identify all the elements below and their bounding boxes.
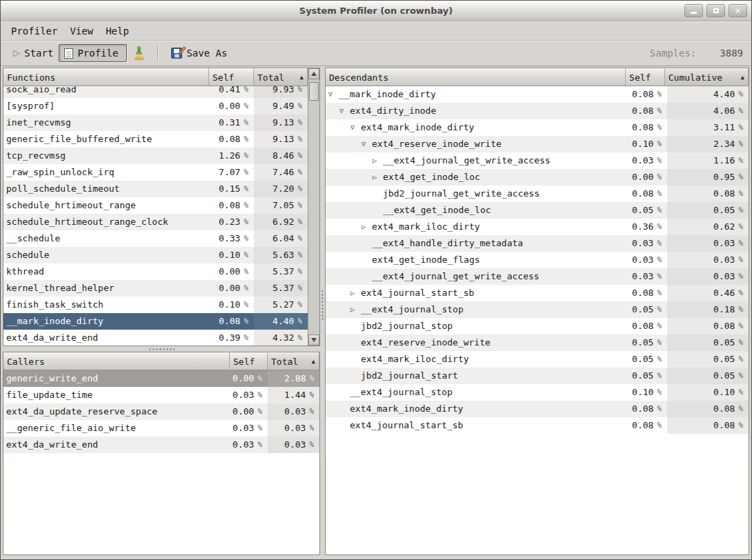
table-row[interactable]: ext4_da_write_end0.39%4.32% xyxy=(3,330,308,346)
percent-sign: % xyxy=(738,119,743,136)
menu-item-help[interactable]: Help xyxy=(99,23,135,39)
table-row[interactable]: __generic_file_aio_write0.03%0.03% xyxy=(3,420,319,437)
function-name: kthread xyxy=(6,263,44,280)
table-row[interactable]: sock_aio_read0.41%9.93% xyxy=(3,86,308,98)
table-row[interactable]: ▷__ext4_journal_get_write_access0.03%1.1… xyxy=(326,152,749,169)
table-row[interactable]: __ext4_journal_stop0.10%0.10% xyxy=(326,384,749,401)
table-row[interactable]: ▽ext4_reserve_inode_write0.10%2.34% xyxy=(326,136,749,152)
expander-closed-icon[interactable]: ▷ xyxy=(373,152,383,169)
table-row[interactable]: jbd2_journal_start0.05%0.05% xyxy=(326,368,749,384)
table-row[interactable]: ext4_mark_iloc_dirty0.05%0.05% xyxy=(326,351,749,368)
table-row[interactable]: ext4_mark_inode_dirty0.08%0.08% xyxy=(326,401,749,417)
column-header-callers[interactable]: Callers xyxy=(3,352,230,370)
expander-open-icon[interactable]: ▽ xyxy=(339,103,350,119)
table-row[interactable]: ▷ext4_mark_iloc_dirty0.36%0.62% xyxy=(326,219,749,235)
function-name-cell: jbd2_journal_start xyxy=(326,368,628,384)
table-row[interactable]: schedule0.10%5.63% xyxy=(3,247,308,263)
table-row[interactable]: finish_task_switch0.10%5.27% xyxy=(3,297,308,313)
scrollbar-up-button[interactable] xyxy=(308,68,319,79)
scrollbar-down-button[interactable] xyxy=(308,334,319,346)
table-row[interactable]: file_update_time0.03%1.44% xyxy=(3,387,319,403)
table-row[interactable]: __schedule0.33%6.04% xyxy=(3,230,308,247)
functions-scrollbar[interactable] xyxy=(308,68,319,346)
table-row[interactable]: schedule_hrtimeout_range_clock0.23%6.92% xyxy=(3,214,308,230)
function-name: __ext4_get_inode_loc xyxy=(383,202,491,219)
profile-toggle-button[interactable]: Profile xyxy=(59,44,127,62)
column-header-self[interactable]: Self xyxy=(230,352,268,370)
expander-open-icon[interactable]: ▽ xyxy=(328,86,339,103)
table-row[interactable]: __ext4_handle_dirty_metadata0.03%0.03% xyxy=(326,235,749,252)
table-row[interactable]: kthread0.00%5.37% xyxy=(3,263,308,280)
table-row[interactable]: ext4_da_update_reserve_space0.00%0.03% xyxy=(3,403,319,420)
table-row[interactable]: tcp_recvmsg1.26%8.46% xyxy=(3,148,308,164)
table-row[interactable]: __mark_inode_dirty0.08%4.40% xyxy=(3,313,308,330)
table-row[interactable]: [sysprof]0.00%9.49% xyxy=(3,98,308,114)
column-header-descendants[interactable]: Descendants xyxy=(326,68,626,86)
column-header-self[interactable]: Self xyxy=(209,68,254,86)
table-row[interactable]: __ext4_get_inode_loc0.05%0.05% xyxy=(326,202,749,219)
percent-number: 0.41 xyxy=(219,86,240,98)
self-value: 0.08% xyxy=(628,417,667,434)
table-row[interactable]: poll_schedule_timeout0.15%7.20% xyxy=(3,181,308,197)
scrollbar-thumb[interactable] xyxy=(309,82,319,101)
table-row[interactable]: ext4_reserve_inode_write0.05%0.05% xyxy=(326,334,749,351)
percent-sign: % xyxy=(657,119,662,136)
percent-sign: % xyxy=(738,334,743,351)
percent-sign: % xyxy=(738,152,743,169)
percent-sign: % xyxy=(244,86,248,98)
table-row[interactable]: kernel_thread_helper0.00%5.37% xyxy=(3,280,308,297)
table-row[interactable]: jbd2_journal_get_write_access0.08%0.08% xyxy=(326,186,749,202)
table-row[interactable]: ▷ext4_get_inode_loc0.00%0.95% xyxy=(326,169,749,186)
table-row[interactable]: ▽ext4_dirty_inode0.08%4.06% xyxy=(326,103,749,119)
function-name-cell: ▽ext4_reserve_inode_write xyxy=(326,136,628,152)
expander-closed-icon[interactable]: ▷ xyxy=(350,285,361,301)
table-row[interactable]: ▷ext4_journal_start_sb0.08%0.46% xyxy=(326,285,749,301)
percent-sign: % xyxy=(257,403,262,420)
table-row[interactable]: __ext4_journal_get_write_access0.03%0.03… xyxy=(326,268,749,285)
menu-item-view[interactable]: View xyxy=(63,23,99,39)
expander-closed-icon[interactable]: ▷ xyxy=(373,169,383,186)
table-row[interactable]: _raw_spin_unlock_irq7.07%7.46% xyxy=(3,164,308,181)
column-header-total[interactable]: Total▲ xyxy=(268,352,319,370)
table-row[interactable]: ▽__mark_inode_dirty0.08%4.40% xyxy=(326,86,749,103)
close-button[interactable]: ✕ xyxy=(729,4,747,17)
table-row[interactable]: inet_recvmsg0.31%9.13% xyxy=(3,114,308,131)
function-name: ext4_reserve_inode_write xyxy=(361,334,491,351)
table-row[interactable]: ext4_get_inode_flags0.03%0.03% xyxy=(326,252,749,268)
column-header-functions[interactable]: Functions xyxy=(3,68,209,86)
vertical-splitter[interactable] xyxy=(320,68,325,555)
table-row[interactable]: ▷__ext4_journal_stop0.05%0.18% xyxy=(326,301,749,318)
expander-closed-icon[interactable]: ▷ xyxy=(362,219,372,235)
percent-sign: % xyxy=(657,103,662,119)
column-header-self[interactable]: Self xyxy=(626,68,665,86)
save-as-button[interactable]: Save As xyxy=(166,45,232,61)
horizontal-splitter[interactable] xyxy=(3,346,320,352)
function-name-cell: ▷ext4_get_inode_loc xyxy=(326,169,628,186)
percent-number: 0.00 xyxy=(219,263,240,280)
reset-button[interactable] xyxy=(127,43,150,63)
function-name-cell: jbd2_journal_get_write_access xyxy=(326,186,628,202)
menu-item-profiler[interactable]: Profiler xyxy=(5,23,63,39)
start-button[interactable]: ▷ Start xyxy=(8,45,59,61)
percent-number: 5.37 xyxy=(273,280,294,297)
expander-open-icon[interactable]: ▽ xyxy=(362,136,372,152)
function-name: ext4_dirty_inode xyxy=(350,103,436,119)
table-row[interactable]: schedule_hrtimeout_range0.08%7.05% xyxy=(3,197,308,214)
titlebar[interactable]: System Profiler (on crownbay) ✕ xyxy=(1,1,751,21)
table-row[interactable]: ext4_da_write_end0.03%0.03% xyxy=(3,437,319,453)
maximize-button[interactable] xyxy=(706,4,725,17)
column-header-cumulative[interactable]: Cumulative▲ xyxy=(665,68,749,86)
table-row[interactable]: generic_write_end0.00%2.88% xyxy=(3,370,319,387)
table-row[interactable]: ext4_journal_start_sb0.08%0.08% xyxy=(326,417,749,434)
self-value: 0.08% xyxy=(628,103,667,119)
table-row[interactable]: generic_file_buffered_write0.08%9.13% xyxy=(3,131,308,148)
function-name: finish_task_switch xyxy=(6,297,103,313)
function-name-cell: ext4_reserve_inode_write xyxy=(326,334,628,351)
function-name-cell: ext4_da_write_end xyxy=(3,330,209,346)
column-header-total[interactable]: Total▲ xyxy=(254,68,308,86)
expander-closed-icon[interactable]: ▷ xyxy=(350,301,361,318)
expander-open-icon[interactable]: ▽ xyxy=(350,119,361,136)
table-row[interactable]: ▽ext4_mark_inode_dirty0.08%3.11% xyxy=(326,119,749,136)
minimize-button[interactable] xyxy=(684,4,703,17)
table-row[interactable]: jbd2_journal_stop0.08%0.08% xyxy=(326,318,749,334)
